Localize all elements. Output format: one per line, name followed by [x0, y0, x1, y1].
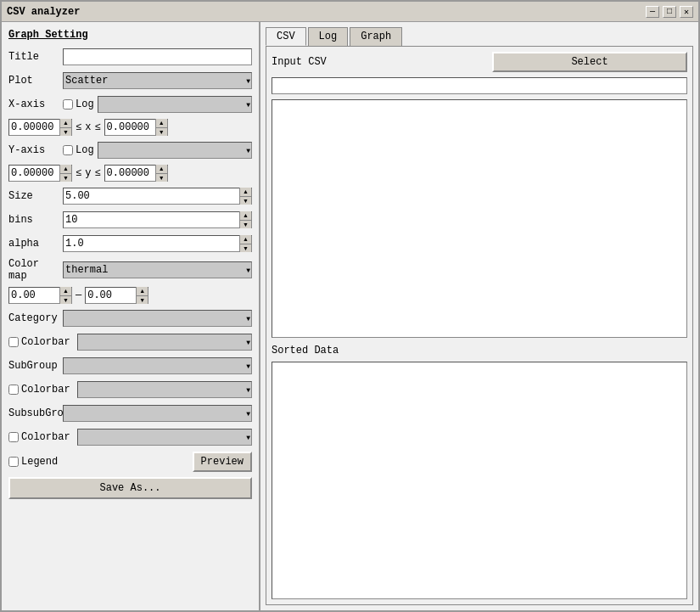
title-row: Title — [8, 48, 252, 66]
save-as-button[interactable]: Save As... — [8, 477, 252, 499]
xrange-x: x — [85, 121, 91, 133]
legend-label: Legend — [8, 456, 58, 468]
yaxis-log-checkbox[interactable] — [63, 145, 73, 155]
colorbar1-select[interactable] — [77, 334, 252, 351]
colorbar3-label: Colorbar — [8, 431, 70, 443]
select-button[interactable]: Select — [492, 52, 687, 72]
subgroup-select[interactable] — [63, 357, 252, 374]
xmax-spinbox: 0.00000 ▲ ▼ — [104, 119, 168, 136]
xrange-row: 0.00000 ▲ ▼ ≤ x ≤ 0.00000 ▲ ▼ — [8, 119, 252, 136]
preview-button[interactable]: Preview — [193, 452, 252, 472]
cmap-min-spin-buttons: ▲ ▼ — [59, 287, 71, 304]
xaxis-row: X-axis Log ▼ — [8, 95, 252, 114]
alpha-input[interactable]: 1.0 — [64, 238, 239, 250]
csv-data-display — [272, 99, 687, 338]
subgroup-select-wrapper: ▼ — [63, 357, 252, 374]
colorbar1-select-wrapper: ▼ — [77, 334, 252, 351]
colorbar3-checkbox[interactable] — [8, 432, 19, 442]
colormap-row: Color map thermal ▼ — [8, 258, 252, 282]
subsubgroup-select-wrapper: ▼ — [63, 405, 252, 422]
cmap-max-input[interactable]: 0.00 — [86, 289, 136, 301]
alpha-up-btn[interactable]: ▲ — [240, 235, 251, 244]
ymin-down-btn[interactable]: ▼ — [60, 174, 71, 182]
ymax-down-btn[interactable]: ▼ — [156, 174, 167, 182]
close-button[interactable]: ✕ — [680, 6, 693, 18]
cmap-min-down-btn[interactable]: ▼ — [60, 296, 71, 305]
yrange-y: y — [85, 167, 91, 179]
xmin-down-btn[interactable]: ▼ — [60, 128, 71, 137]
category-select[interactable] — [63, 310, 252, 327]
xmin-spinbox: 0.00000 ▲ ▼ — [8, 119, 72, 136]
xmin-input[interactable]: 0.00000 — [9, 121, 59, 133]
colorbar1-checkbox[interactable] — [8, 337, 19, 347]
xaxis-log-checkbox[interactable] — [63, 99, 73, 109]
bins-up-btn[interactable]: ▲ — [240, 211, 251, 221]
colorbar2-select[interactable] — [77, 381, 252, 398]
yaxis-label: Y-axis — [8, 144, 59, 156]
xmin-up-btn[interactable]: ▲ — [60, 119, 71, 128]
sorted-data-display — [272, 362, 687, 600]
ymin-input[interactable]: 0.00000 — [9, 167, 59, 179]
ymax-input[interactable]: 0.00000 — [105, 167, 155, 179]
bins-label: bins — [8, 214, 59, 226]
yrange-le2: ≤ — [94, 167, 100, 179]
size-down-btn[interactable]: ▼ — [240, 197, 251, 205]
plot-row: Plot Scatter ▼ — [8, 71, 252, 90]
tab-log[interactable]: Log — [308, 27, 349, 46]
ymax-spin-buttons: ▲ ▼ — [155, 165, 167, 182]
tab-content: Input CSV Select Sorted Data — [266, 46, 693, 605]
xmax-input[interactable]: 0.00000 — [105, 121, 155, 133]
colorbar2-checkbox[interactable] — [8, 385, 19, 395]
maximize-button[interactable]: □ — [663, 6, 676, 18]
tab-graph[interactable]: Graph — [350, 27, 402, 46]
plot-select[interactable]: Scatter — [63, 72, 252, 89]
bins-input[interactable]: 10 — [64, 214, 239, 226]
xaxis-log-label: Log — [63, 98, 94, 110]
alpha-spinbox: 1.0 ▲ ▼ — [63, 235, 252, 252]
ymin-spinbox: 0.00000 ▲ ▼ — [8, 165, 72, 182]
cmap-max-down-btn[interactable]: ▼ — [137, 296, 148, 305]
xaxis-select[interactable] — [98, 96, 252, 113]
bins-down-btn[interactable]: ▼ — [240, 221, 251, 229]
cmap-max-up-btn[interactable]: ▲ — [137, 287, 148, 296]
ymax-up-btn[interactable]: ▲ — [156, 165, 167, 174]
title-input[interactable] — [63, 48, 252, 65]
colormap-select[interactable]: thermal — [63, 261, 252, 278]
window-title: CSV analyzer — [7, 6, 80, 18]
tab-csv[interactable]: CSV — [266, 27, 306, 46]
size-up-btn[interactable]: ▲ — [240, 188, 251, 197]
bins-spin-buttons: ▲ ▼ — [239, 211, 251, 228]
main-window: CSV analyzer — □ ✕ Graph Setting Title P… — [0, 0, 700, 612]
subsubgroup-select[interactable] — [63, 405, 252, 422]
yrange-row: 0.00000 ▲ ▼ ≤ y ≤ 0.00000 ▲ ▼ — [8, 165, 252, 182]
sorted-data-label: Sorted Data — [272, 345, 687, 357]
xrange-le2: ≤ — [94, 121, 100, 133]
bins-spinbox: 10 ▲ ▼ — [63, 211, 252, 228]
size-input[interactable]: 5.00 — [64, 190, 239, 202]
xmax-up-btn[interactable]: ▲ — [156, 119, 167, 128]
legend-checkbox[interactable] — [8, 457, 19, 467]
bins-row: bins 10 ▲ ▼ — [8, 211, 252, 229]
alpha-spin-buttons: ▲ ▼ — [239, 235, 251, 252]
left-panel: Graph Setting Title Plot Scatter ▼ X-axi… — [2, 22, 260, 610]
plot-select-wrapper: Scatter ▼ — [63, 72, 252, 89]
minimize-button[interactable]: — — [646, 6, 659, 18]
xmin-spin-buttons: ▲ ▼ — [59, 119, 71, 136]
legend-row: Legend Preview — [8, 452, 252, 472]
plot-label: Plot — [8, 75, 59, 87]
size-label: Size — [8, 190, 59, 202]
category-select-wrapper: ▼ — [63, 310, 252, 327]
input-csv-label: Input CSV — [272, 56, 327, 68]
ymin-up-btn[interactable]: ▲ — [60, 165, 71, 174]
xmax-down-btn[interactable]: ▼ — [156, 128, 167, 137]
size-spin-buttons: ▲ ▼ — [239, 188, 251, 205]
cmap-dash: — — [76, 289, 81, 301]
cmap-min-input[interactable]: 0.00 — [9, 289, 59, 301]
subsubgroup-row: SubsubGroup ▼ — [8, 404, 252, 423]
colorbar3-select[interactable] — [77, 429, 252, 446]
yaxis-select[interactable] — [98, 142, 252, 159]
colormap-label: Color map — [8, 258, 59, 282]
subsubgroup-label: SubsubGroup — [8, 407, 59, 419]
cmap-min-up-btn[interactable]: ▲ — [60, 287, 71, 296]
alpha-down-btn[interactable]: ▼ — [240, 244, 251, 253]
